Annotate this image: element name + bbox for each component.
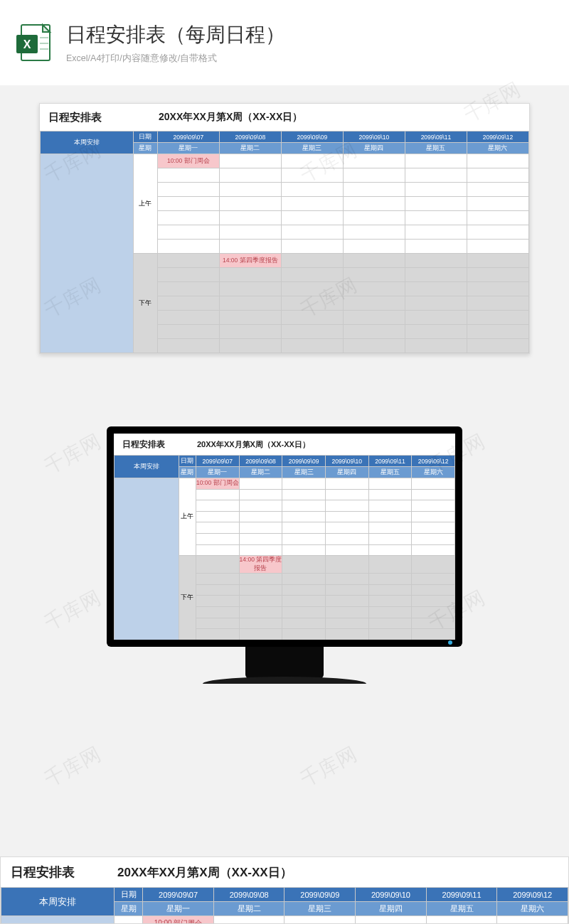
schedule-cell[interactable] bbox=[426, 916, 497, 925]
schedule-cell[interactable] bbox=[239, 584, 282, 596]
schedule-cell[interactable] bbox=[239, 533, 282, 544]
schedule-cell[interactable] bbox=[281, 311, 343, 325]
schedule-cell[interactable] bbox=[412, 511, 455, 522]
schedule-cell[interactable] bbox=[412, 629, 455, 640]
schedule-cell[interactable] bbox=[405, 168, 467, 183]
schedule-cell[interactable] bbox=[368, 489, 412, 500]
schedule-cell[interactable] bbox=[467, 296, 528, 311]
schedule-cell[interactable] bbox=[405, 225, 467, 240]
schedule-cell[interactable] bbox=[196, 629, 239, 640]
schedule-cell[interactable] bbox=[282, 478, 326, 490]
schedule-cell[interactable] bbox=[343, 183, 405, 197]
schedule-cell[interactable] bbox=[467, 225, 528, 240]
schedule-cell[interactable] bbox=[368, 556, 412, 574]
schedule-cell[interactable] bbox=[219, 168, 281, 183]
schedule-cell[interactable] bbox=[281, 254, 343, 268]
schedule-cell[interactable] bbox=[343, 325, 405, 339]
schedule-cell[interactable] bbox=[157, 225, 219, 240]
week-plan-cell[interactable] bbox=[115, 478, 179, 640]
schedule-cell[interactable] bbox=[368, 618, 412, 629]
schedule-cell[interactable] bbox=[282, 596, 326, 607]
schedule-cell[interactable] bbox=[282, 533, 326, 544]
schedule-cell[interactable] bbox=[368, 478, 412, 490]
schedule-cell[interactable] bbox=[239, 574, 282, 585]
schedule-cell[interactable] bbox=[239, 511, 282, 522]
schedule-cell[interactable] bbox=[325, 489, 368, 500]
schedule-cell[interactable] bbox=[157, 254, 219, 268]
schedule-cell[interactable] bbox=[467, 282, 528, 296]
schedule-cell[interactable] bbox=[343, 296, 405, 311]
schedule-cell[interactable] bbox=[343, 211, 405, 225]
schedule-cell[interactable] bbox=[281, 211, 343, 225]
schedule-cell[interactable] bbox=[467, 339, 528, 353]
schedule-cell[interactable] bbox=[467, 268, 528, 282]
schedule-cell[interactable] bbox=[282, 618, 326, 629]
schedule-cell[interactable] bbox=[343, 225, 405, 240]
schedule-cell[interactable] bbox=[196, 556, 239, 574]
schedule-cell[interactable] bbox=[343, 240, 405, 254]
schedule-cell[interactable] bbox=[239, 489, 282, 500]
schedule-cell[interactable] bbox=[412, 556, 455, 574]
schedule-cell[interactable] bbox=[325, 544, 368, 556]
schedule-cell[interactable] bbox=[412, 574, 455, 585]
schedule-cell[interactable] bbox=[239, 618, 282, 629]
schedule-cell[interactable] bbox=[467, 325, 528, 339]
week-plan-cell[interactable] bbox=[1, 916, 115, 925]
schedule-cell[interactable] bbox=[467, 154, 528, 168]
schedule-cell[interactable] bbox=[196, 489, 239, 500]
schedule-cell[interactable] bbox=[412, 522, 455, 534]
event-cell[interactable]: 10:00 部门周会 bbox=[196, 478, 239, 490]
event-cell[interactable]: 10:00 部门周会 bbox=[143, 916, 214, 925]
schedule-cell[interactable] bbox=[239, 478, 282, 490]
schedule-cell[interactable] bbox=[467, 254, 528, 268]
schedule-cell[interactable] bbox=[239, 522, 282, 534]
schedule-cell[interactable] bbox=[325, 556, 368, 574]
schedule-cell[interactable] bbox=[412, 618, 455, 629]
schedule-cell[interactable] bbox=[281, 325, 343, 339]
event-cell[interactable]: 10:00 部门周会 bbox=[157, 154, 219, 168]
schedule-cell[interactable] bbox=[196, 596, 239, 607]
schedule-cell[interactable] bbox=[405, 282, 467, 296]
schedule-cell[interactable] bbox=[325, 511, 368, 522]
schedule-cell[interactable] bbox=[196, 533, 239, 544]
schedule-cell[interactable] bbox=[281, 268, 343, 282]
schedule-cell[interactable] bbox=[281, 154, 343, 168]
schedule-cell[interactable] bbox=[368, 544, 412, 556]
schedule-cell[interactable] bbox=[282, 511, 326, 522]
schedule-cell[interactable] bbox=[219, 211, 281, 225]
schedule-cell[interactable] bbox=[467, 168, 528, 183]
schedule-cell[interactable] bbox=[219, 339, 281, 353]
schedule-cell[interactable] bbox=[325, 522, 368, 534]
schedule-cell[interactable] bbox=[368, 500, 412, 512]
schedule-cell[interactable] bbox=[412, 606, 455, 618]
schedule-cell[interactable] bbox=[368, 574, 412, 585]
schedule-cell[interactable] bbox=[281, 225, 343, 240]
schedule-cell[interactable] bbox=[405, 268, 467, 282]
schedule-cell[interactable] bbox=[343, 168, 405, 183]
schedule-cell[interactable] bbox=[412, 596, 455, 607]
schedule-cell[interactable] bbox=[368, 596, 412, 607]
schedule-cell[interactable] bbox=[239, 596, 282, 607]
schedule-cell[interactable] bbox=[196, 511, 239, 522]
schedule-cell[interactable] bbox=[282, 556, 326, 574]
schedule-cell[interactable] bbox=[281, 240, 343, 254]
schedule-cell[interactable] bbox=[412, 544, 455, 556]
schedule-cell[interactable] bbox=[325, 533, 368, 544]
schedule-cell[interactable] bbox=[412, 489, 455, 500]
schedule-cell[interactable] bbox=[281, 183, 343, 197]
schedule-cell[interactable] bbox=[325, 574, 368, 585]
schedule-cell[interactable] bbox=[405, 254, 467, 268]
schedule-cell[interactable] bbox=[343, 339, 405, 353]
schedule-cell[interactable] bbox=[239, 544, 282, 556]
schedule-cell[interactable] bbox=[368, 511, 412, 522]
schedule-cell[interactable] bbox=[219, 197, 281, 211]
schedule-cell[interactable] bbox=[282, 574, 326, 585]
schedule-cell[interactable] bbox=[467, 197, 528, 211]
schedule-cell[interactable] bbox=[356, 916, 427, 925]
schedule-cell[interactable] bbox=[412, 533, 455, 544]
schedule-cell[interactable] bbox=[412, 478, 455, 490]
schedule-cell[interactable] bbox=[219, 154, 281, 168]
schedule-cell[interactable] bbox=[157, 168, 219, 183]
schedule-cell[interactable] bbox=[325, 596, 368, 607]
schedule-cell[interactable] bbox=[325, 618, 368, 629]
